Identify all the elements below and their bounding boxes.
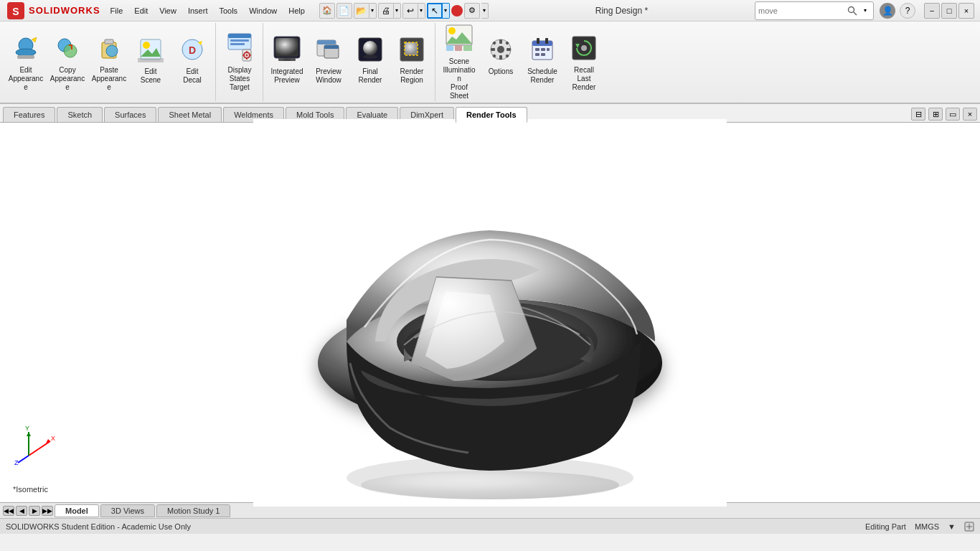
undo-btn[interactable]: ↩ (402, 3, 418, 19)
select-btn[interactable]: ↖ (427, 3, 443, 19)
menu-help[interactable]: Help (283, 5, 311, 17)
new-btn[interactable]: 📄 (336, 3, 352, 19)
schedule-render-icon (527, 34, 558, 65)
svg-rect-45 (463, 45, 472, 51)
svg-rect-10 (105, 39, 113, 44)
stop-btn[interactable] (451, 5, 463, 17)
toolbar-group-appearance: EditAppearance CopyAppearance (3, 23, 216, 101)
search-icon[interactable] (847, 6, 857, 16)
tab-features[interactable]: Features (3, 107, 55, 122)
svg-point-31 (283, 58, 291, 61)
units-expand[interactable]: ▼ (948, 522, 956, 531)
svg-rect-64 (535, 53, 540, 56)
nav-prev-btn[interactable]: ◀ (16, 506, 27, 516)
tab-render-tools[interactable]: Render Tools (456, 107, 527, 123)
svg-point-13 (143, 42, 150, 49)
options-btn[interactable]: Options (481, 30, 521, 95)
nav-last-btn[interactable]: ▶▶ (42, 506, 53, 516)
svg-rect-29 (275, 38, 298, 57)
settings-btn[interactable]: ⚙ (464, 3, 480, 19)
home-btn[interactable]: 🏠 (319, 3, 335, 19)
bottom-tab-3dviews[interactable]: 3D Views (100, 504, 155, 517)
tab-expand-right[interactable]: ⊞ (928, 108, 943, 121)
status-text: SOLIDWORKS Student Edition - Academic Us… (6, 522, 191, 531)
recall-last-render-label: RecallLastRender (573, 66, 596, 92)
nav-first-btn[interactable]: ◀◀ (3, 506, 14, 516)
scene-illumination-btn[interactable]: SceneIlluminationProof Sheet (439, 20, 479, 104)
svg-point-68 (581, 45, 587, 51)
menu-window[interactable]: Window (243, 5, 283, 17)
svg-point-37 (363, 41, 377, 55)
svg-rect-62 (541, 48, 545, 51)
restore-btn[interactable]: □ (941, 3, 957, 19)
edit-appearance-btn[interactable]: EditAppearance (6, 29, 46, 95)
svg-point-42 (448, 27, 456, 34)
tab-close[interactable]: × (963, 108, 977, 121)
svg-rect-40 (405, 42, 418, 55)
preview-window-btn[interactable]: PreviewWindow (308, 30, 349, 95)
integrated-preview-btn[interactable]: IntegratedPreview (267, 30, 307, 95)
expand-icon[interactable] (964, 522, 974, 532)
tab-collapse-left[interactable]: ⊟ (911, 108, 925, 121)
bottom-tab-model[interactable]: Model (55, 504, 99, 517)
tab-surfaces[interactable]: Surfaces (104, 107, 156, 122)
display-states-target-label: DisplayStatesTarget (228, 66, 252, 92)
svg-rect-52 (507, 48, 511, 51)
print-btn[interactable]: 🖨 (378, 3, 394, 19)
settings-dropdown[interactable]: ▾ (481, 3, 489, 19)
display-states-target-btn[interactable]: DisplayStatesTarget (220, 29, 260, 95)
print-dropdown[interactable]: ▾ (394, 3, 401, 19)
recall-last-render-btn[interactable]: RecallLastRender (564, 29, 604, 95)
menu-edit[interactable]: Edit (128, 5, 154, 17)
user-icon[interactable]: 👤 (880, 3, 895, 19)
final-render-btn[interactable]: FinalRender (350, 30, 390, 95)
undo-dropdown[interactable]: ▾ (418, 3, 425, 19)
select-dropdown[interactable]: ▾ (443, 3, 450, 19)
close-btn[interactable]: × (958, 3, 974, 19)
open-btn[interactable]: 📂 (354, 3, 369, 19)
title-bar: S SOLIDWORKS File Edit View Insert Tools… (0, 0, 980, 22)
menu-view[interactable]: View (154, 5, 182, 17)
search-box: ▾ (755, 1, 874, 20)
open-dropdown[interactable]: ▾ (369, 3, 377, 19)
svg-rect-50 (499, 55, 502, 60)
svg-rect-60 (545, 38, 548, 44)
tab-sketch[interactable]: Sketch (57, 107, 103, 122)
svg-point-78 (361, 471, 619, 499)
view-label: *Isometric (13, 485, 48, 494)
scene-illumination-icon (443, 24, 475, 55)
edit-decal-btn[interactable]: D EditDecal (172, 30, 212, 95)
edit-scene-icon (135, 34, 166, 65)
edit-scene-btn[interactable]: EditScene (131, 30, 171, 95)
viewport[interactable]: X Y Z *Isometric (0, 123, 980, 502)
bottom-nav-group: ◀◀ ◀ ▶ ▶▶ (3, 506, 53, 516)
tab-restore[interactable]: ▭ (946, 108, 960, 121)
schedule-render-label: ScheduleRender (527, 67, 557, 85)
search-dropdown[interactable]: ▾ (860, 3, 870, 19)
paste-appearance-btn[interactable]: PasteAppearance (89, 29, 129, 95)
help-btn[interactable]: ? (900, 3, 915, 19)
nav-next-btn[interactable]: ▶ (29, 506, 40, 516)
scene-illumination-label: SceneIlluminationProof Sheet (441, 57, 477, 100)
svg-text:D: D (189, 44, 196, 56)
svg-line-79 (29, 441, 50, 456)
menu-file[interactable]: File (105, 5, 129, 17)
menu-insert[interactable]: Insert (182, 5, 214, 17)
paste-appearance-icon (93, 32, 125, 64)
copy-appearance-icon (52, 32, 83, 64)
svg-point-11 (106, 45, 118, 57)
minimize-btn[interactable]: − (924, 3, 940, 19)
svg-rect-59 (537, 38, 540, 44)
display-states-target-icon (224, 32, 255, 64)
tab-sheet-metal[interactable]: Sheet Metal (158, 107, 222, 122)
search-input[interactable] (758, 6, 844, 15)
copy-appearance-btn[interactable]: CopyAppearance (47, 29, 88, 95)
menu-tools[interactable]: Tools (213, 5, 243, 17)
svg-text:S: S (12, 6, 19, 17)
recall-last-render-icon (568, 32, 600, 64)
schedule-render-btn[interactable]: ScheduleRender (522, 30, 562, 95)
svg-rect-43 (446, 45, 453, 51)
sw-brand: SOLIDWORKS (29, 5, 100, 16)
bottom-tab-motion-study[interactable]: Motion Study 1 (156, 504, 230, 517)
render-region-btn[interactable]: RenderRegion (392, 30, 432, 95)
